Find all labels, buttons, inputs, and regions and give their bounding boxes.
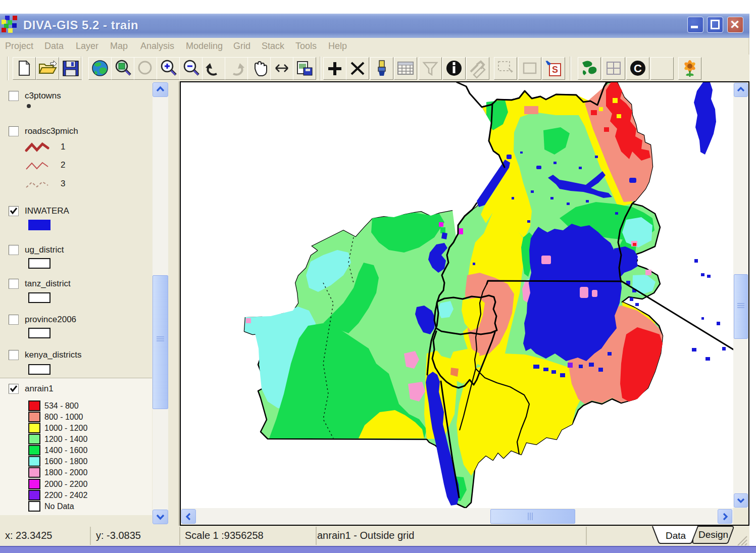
svg-text:C: C [634, 62, 642, 75]
svg-text:Data: Data [666, 530, 686, 541]
svg-text:Design: Design [698, 529, 728, 540]
svg-text:S: S [552, 65, 558, 75]
